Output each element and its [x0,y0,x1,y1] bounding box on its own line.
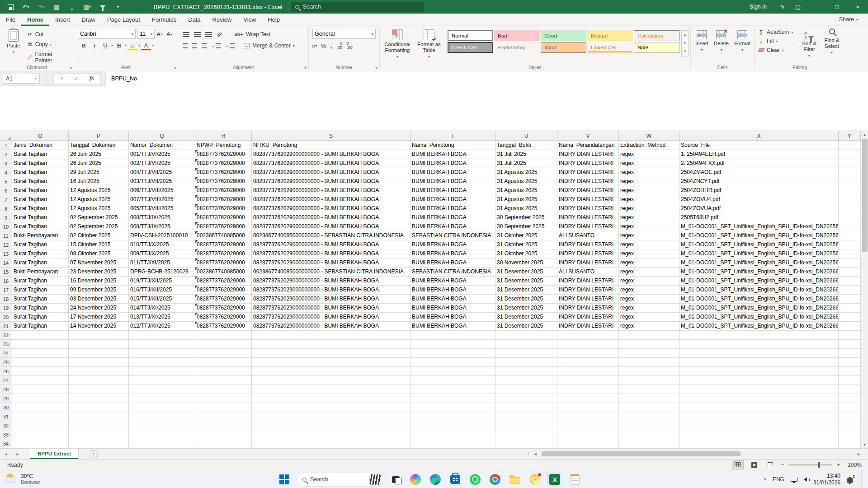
row-number-30[interactable]: 30 [0,403,12,412]
cell-S3[interactable]: 0828773762029000000000 - BUMI BERKAH BOG… [252,159,410,168]
cell-O3[interactable]: Surat Tagihan [12,159,69,168]
cell-T7[interactable]: BUMI BERKAH BOGA [410,195,495,204]
cell-S6[interactable]: 0828773762029000000000 - BUMI BERKAH BOG… [252,186,410,195]
cell-Y5[interactable] [839,177,861,186]
cell-X8[interactable]: 2504ZOVUA.pdf [679,204,839,213]
page-layout-view-button[interactable] [748,460,760,469]
cell-P15[interactable]: 23 Desember 2025 [69,267,129,277]
cell-P13[interactable]: 08 Oktober 2025 [69,249,129,258]
cell-V17[interactable]: INDRY DIAN LESTARI [557,286,619,295]
cell-V28[interactable] [557,385,619,394]
cell-P6[interactable]: 12 Agustus 2025 [69,186,129,195]
cell-P3[interactable]: 26 Juni 2025 [69,159,129,168]
cell-U13[interactable]: 31 Oktober 2025 [495,249,557,258]
scroll-right-icon[interactable]: ► [855,452,863,456]
cell-T16[interactable]: BUMI BERKAH BOGA [410,277,495,286]
cell-X18[interactable]: M_01-DOC001_SPT_Unifikasi_English_BPU_ID… [679,295,839,304]
cell-Q26[interactable] [129,367,195,376]
cell-R3[interactable]: 0828773762029000 [195,159,252,168]
cell-S27[interactable] [252,376,410,385]
cell-W25[interactable] [619,358,679,367]
cell-X5[interactable]: 2504ZNCYT.pdf [679,177,839,186]
cell-V5[interactable]: INDRY DIAN LESTARI [557,177,619,186]
cell-R19[interactable]: 0828773762029000 [195,304,252,313]
cell-U27[interactable] [495,376,557,385]
cell-V11[interactable]: ALI SUSANTO [557,231,619,240]
cell-W6[interactable]: regex [619,186,679,195]
column-header-V[interactable]: V [557,131,619,141]
cell-S12[interactable]: 0828773762029000000000 - BUMI BERKAH BOG… [252,240,410,249]
cell-V30[interactable] [557,403,619,412]
cell-X24[interactable] [679,349,839,358]
sign-in-button[interactable]: Sign in [741,4,775,10]
cell-X2[interactable]: 1. 250494EEH.pdf [679,150,839,159]
cell-T28[interactable] [410,385,495,394]
delete-cells-button[interactable]: Delete▾ [711,28,731,64]
copy-button[interactable]: ⧉Copy▾ [25,40,72,48]
cell-V21[interactable]: INDRY DIAN LESTARI [557,322,619,331]
cell-T19[interactable]: BUMI BERKAH BOGA [410,304,495,313]
whatsapp-icon[interactable] [467,472,483,487]
cell-X9[interactable]: 2505T68U2.pdf [679,213,839,222]
cell-U22[interactable] [495,331,557,340]
cell-X15[interactable]: M_01-DOC001_SPT_Unifikasi_English_BPU_ID… [679,267,839,277]
customize-qat-icon[interactable]: ▾ [114,3,122,11]
cell-Y16[interactable] [839,277,861,286]
cell-U32[interactable] [495,421,557,430]
cell-R25[interactable] [195,358,252,367]
align-top-icon[interactable] [183,32,189,37]
alignment-dialog-launcher[interactable]: ↘ [303,65,307,70]
row-number-11[interactable]: 11 [0,231,12,240]
cell-P10[interactable]: 02 September 2025 [69,222,129,231]
cell-R14[interactable]: 0828773762029000 [195,258,252,267]
cut-button[interactable]: ✂Cut [25,30,72,38]
tab-formulas[interactable]: Formulas [146,14,182,26]
cell-R10[interactable]: 0828773762029000 [195,222,252,231]
cell-P12[interactable]: 15 Oktober 2025 [69,240,129,249]
cell-R26[interactable] [195,367,252,376]
cell-P26[interactable] [69,367,129,376]
cell-R17[interactable]: 0828773762029000 [195,286,252,295]
cell-W33[interactable] [619,430,679,439]
cell-X19[interactable]: M_01-DOC001_SPT_Unifikasi_English_BPU_ID… [679,304,839,313]
cell-V8[interactable]: INDRY DIAN LESTARI [557,204,619,213]
cell-T24[interactable] [410,349,495,358]
decrease-indent-icon[interactable]: ← [211,43,221,48]
cell-Y8[interactable] [839,204,861,213]
cell-S14[interactable]: 0828773762029000000000 - BUMI BERKAH BOG… [252,258,410,267]
row-number-12[interactable]: 12 [0,240,12,249]
align-center-icon[interactable] [192,43,197,48]
cell-O5[interactable]: Surat Tagihan [12,177,69,186]
cell-V33[interactable] [557,430,619,439]
cell-Q10[interactable]: 008/TTJ/IX/2025 [129,222,195,231]
column-header-Y[interactable]: Y [839,131,861,141]
cell-W32[interactable] [619,421,679,430]
cell-Y17[interactable] [839,286,861,295]
normal-view-button[interactable] [732,460,744,469]
font-color-icon[interactable]: A [141,41,151,50]
italic-button[interactable]: I [90,41,99,50]
cell-Q17[interactable]: 016/TTJ/XII/2025 [129,286,195,295]
cell-P1[interactable]: Tanggal_Dokumen [69,141,129,150]
cell-Q2[interactable]: 001/TTJ/VI/2025 [129,150,195,159]
row-number-9[interactable]: 9 [0,213,12,222]
cell-P17[interactable]: 09 Desember 2025 [69,286,129,295]
align-left-icon[interactable] [183,43,188,48]
cell-P9[interactable]: 02 September 2025 [69,213,129,222]
row-number-25[interactable]: 25 [0,358,12,367]
cell-Q19[interactable]: 014/TTJ/XI/2025 [129,304,195,313]
underline-caret[interactable]: ▾ [111,43,113,47]
vertical-scrollbar[interactable]: ▲ ▼ [861,131,868,448]
cell-W34[interactable] [619,439,679,448]
cell-W15[interactable]: regex [619,267,679,277]
cell-R28[interactable] [195,385,252,394]
cell-W22[interactable] [619,331,679,340]
cell-V22[interactable] [557,331,619,340]
cell-V32[interactable] [557,421,619,430]
cell-style-explanatory[interactable]: Explanatory ... [494,42,540,53]
cell-Y28[interactable] [839,385,861,394]
cell-S13[interactable]: 0828773762029000000000 - BUMI BERKAH BOG… [252,249,410,258]
start-icon[interactable] [277,472,292,487]
draw-table-icon[interactable]: ▦▾ [83,3,91,11]
cell-S19[interactable]: 0828773762029000000000 - BUMI BERKAH BOG… [252,304,410,313]
